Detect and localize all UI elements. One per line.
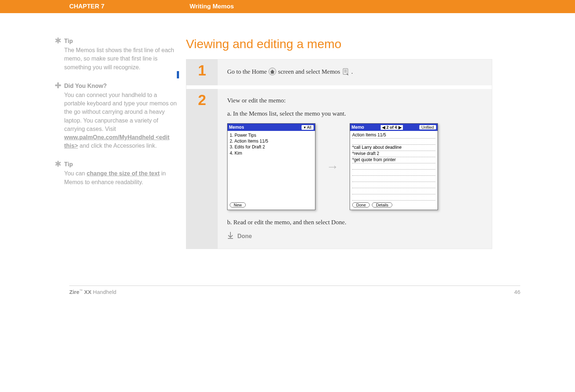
memo-heading: Action Items 11/5 [352,132,435,139]
step-1-number: 1 [186,59,218,85]
tip2-heading: Tip [64,160,177,168]
page-number: 46 [514,289,520,295]
step2-a: a. In the Memos list, select the memo yo… [227,110,482,117]
list-item: 2. Action Items 11/5 [230,138,313,144]
footer-brand: Zire™ XX Handheld [69,289,116,295]
tip2-text-before: You can [64,170,87,176]
palm-list-title: Memos [229,125,244,130]
step-1: 1 Go to the Home screen and select Memos [186,59,492,89]
palm-memo-category: Unfiled [419,125,436,129]
revision-mark-icon [177,71,179,78]
asterisk-icon: ✱ [55,160,64,186]
main-content: Viewing and editing a memo 1 Go to the H… [186,37,492,249]
memo-blank-line [352,176,435,182]
memo-blank-line [352,182,435,188]
home-icon [268,67,276,77]
memo-blank-line [352,163,435,170]
memo-blank-line [352,139,435,145]
palm-memo-detail: Memo ◀ 2 of 4 ▶ Unfiled Action Items 11/… [350,123,438,210]
sidebar: ✱ Tip The Memos list shows the first lin… [55,37,177,249]
header-chapter: CHAPTER 7 [69,3,182,10]
palm-memos-list: Memos ▾ All 1. Power Tips 2. Action Item… [227,123,315,210]
arrow-right-icon: → [326,160,339,174]
tip-block-1: ✱ Tip The Memos list shows the first lin… [55,37,177,71]
memo-line: *call Larry about deadline [352,145,435,151]
palm-list-items: 1. Power Tips 2. Action Items 11/5 3. Ed… [228,131,315,158]
step-2-body: View or edit the memo: a. In the Memos l… [218,89,492,249]
did-you-know-block: ✚ Did You Know? You can connect your han… [55,82,177,150]
screenshots-row: Memos ▾ All 1. Power Tips 2. Action Item… [227,123,482,210]
tip2-link[interactable]: change the size of the text [87,170,160,176]
step-2-number: 2 [186,89,218,249]
step-1-body: Go to the Home screen and select Memos [218,59,492,85]
tip1-heading: Tip [64,37,177,45]
step1-text-b: screen and select Memos [278,68,342,75]
dyk-text-after: and click the Accessories link. [78,143,157,149]
step2-b: b. Read or edit the memo, and then selec… [227,219,482,226]
asterisk-icon: ✱ [55,37,64,71]
brand-model: XX [83,289,92,295]
list-item: 4. Kim [230,150,313,156]
memos-icon [342,67,350,77]
step1-text-a: Go to the Home [227,68,268,75]
palm-memo-counter: ◀ 2 of 4 ▶ [381,125,403,130]
step2-intro: View or edit the memo: [227,97,482,104]
tip1-body: The Memos list shows the first line of e… [64,46,177,71]
palm-details-button: Details [372,202,392,207]
palm-new-button: New [230,202,246,207]
done-indicator: Done [227,232,482,241]
header-title: Writing Memos [190,3,234,10]
dyk-heading: Did You Know? [64,82,177,90]
dyk-text-before: You can connect your handheld to a porta… [64,92,177,132]
memo-blank-line [352,194,435,201]
plus-icon: ✚ [55,82,64,150]
done-arrow-icon [227,232,234,241]
tip-block-2: ✱ Tip You can change the size of the tex… [55,160,177,186]
brand-name: Zire [69,289,79,295]
header-bar: CHAPTER 7 Writing Memos [0,0,575,13]
memo-line: *get quote from printer [352,157,435,163]
brand-rest: Handheld [92,289,116,295]
page-title: Viewing and editing a memo [186,37,492,51]
palm-memo-title: Memo [351,125,364,130]
step-2: 2 View or edit the memo: a. In the Memos… [186,89,492,249]
steps-container: 1 Go to the Home screen and select Memos [186,59,492,249]
memo-blank-line [352,170,435,176]
done-label: Done [237,233,252,240]
trademark-icon: ™ [79,289,83,292]
palm-done-button: Done [352,202,370,207]
list-item: 1. Power Tips [230,132,313,138]
dyk-body: You can connect your handheld to a porta… [64,91,177,150]
step1-text-c: . [351,68,353,75]
list-item: 3. Edits for Draft 2 [230,144,313,150]
palm-list-category: ▾ All [302,125,314,130]
memo-line: *revise draft 2 [352,151,435,157]
svg-rect-1 [343,69,348,74]
tip2-body: You can change the size of the text in M… [64,169,177,186]
footer: Zire™ XX Handheld 46 [69,286,520,306]
memo-blank-line [352,188,435,194]
